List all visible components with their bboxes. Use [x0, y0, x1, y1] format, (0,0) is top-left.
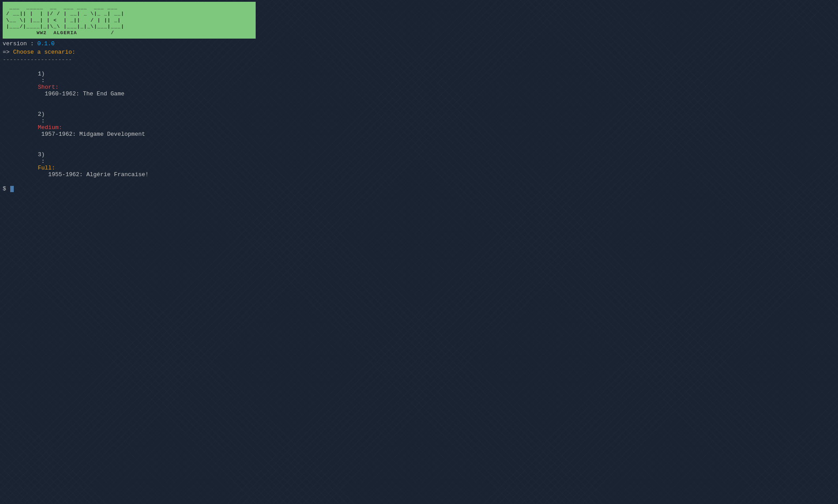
version-line: version : 0.1.0 [3, 40, 835, 47]
scenario-desc-2: 1957-1962: Midgame Development [38, 131, 145, 138]
separator-text: -------------------- [3, 56, 72, 63]
prompt-line: => Choose a scenario: [3, 49, 835, 55]
terminal: ___ _____ __ ___ ___ ___ ___ / __|| | | … [0, 0, 838, 194]
prompt-choose: Choose a scenario: [13, 49, 75, 55]
ascii-line-3: \__ \| |__| | < | _|| / | || _| [6, 17, 252, 24]
scenario-num-2: 2) [38, 111, 45, 118]
scenario-colon-3: : [38, 158, 48, 165]
scenario-desc-3: 1955-1962: Algérie Francaise! [38, 171, 149, 178]
scenario-type-2: Medium: [38, 124, 62, 131]
input-line[interactable]: $ [3, 185, 835, 192]
scenario-num-1: 1) [38, 71, 45, 77]
scenario-type-3: Full: [38, 165, 55, 171]
version-label: version : [3, 40, 37, 47]
scenario-desc-1: 1960-1962: The End Game [38, 91, 124, 97]
cursor [10, 186, 14, 192]
scenario-item-2[interactable]: 2) : Medium: 1957-1962: Midgame Developm… [3, 104, 835, 144]
scenario-item-3[interactable]: 3) : Full: 1955-1962: Algérie Francaise! [3, 145, 835, 185]
scenario-colon-1: : [38, 77, 48, 84]
ascii-banner: ___ _____ __ ___ ___ ___ ___ / __|| | | … [3, 2, 256, 39]
separator-line: -------------------- [3, 56, 835, 63]
ascii-line-5: WW2 ALGERIA / [6, 30, 252, 36]
scenario-colon-2: : [38, 118, 48, 124]
ascii-line-1: ___ _____ __ ___ ___ ___ ___ [6, 4, 252, 11]
scenario-type-1: Short: [38, 84, 59, 91]
scenario-item-1[interactable]: 1) : Short: 1960-1962: The End Game [3, 64, 835, 104]
version-number: 0.1.0 [37, 40, 55, 47]
ascii-line-2: / __|| | | |/ / | __| _ \|_ _| __| [6, 11, 252, 17]
prompt-arrow: => [3, 49, 10, 55]
ascii-line-4: |___/|____|_|\_\ |___|_|_\|___|___| [6, 24, 252, 30]
input-prompt: $ [3, 185, 10, 192]
scenario-num-3: 3) [38, 151, 45, 158]
